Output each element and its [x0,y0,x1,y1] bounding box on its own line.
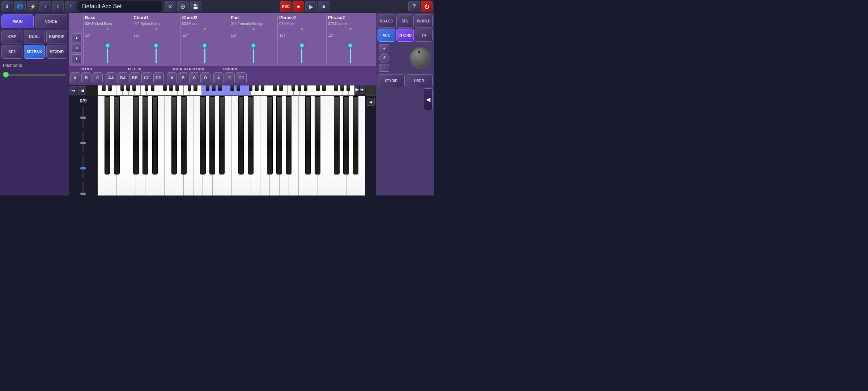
dropdown-chord1[interactable]: ▼ [132,26,180,32]
mini-rewind-btn[interactable]: ⏮ [69,86,77,95]
black-key-after-15[interactable] [248,96,254,175]
mini-black-key-17[interactable] [206,85,209,91]
black-key-after-17[interactable] [267,96,273,175]
instrument-pad[interactable]: 044 Tremolo Strings [229,21,277,26]
add-preset-btn[interactable]: ⊕ [177,1,189,12]
black-key-after-8[interactable] [181,96,187,175]
volume-channel-bass[interactable]: 127 [83,32,132,64]
mini-black-key-3[interactable] [120,85,124,91]
mini-black-key-22[interactable] [237,85,240,91]
noacc-btn[interactable]: NOACC [378,14,395,28]
black-key-after-19[interactable] [286,96,292,175]
refresh-btn[interactable]: ↺ [379,53,389,63]
sf2dir-btn[interactable]: SF2DIR [46,45,67,59]
slider-3-blue[interactable] [82,156,84,178]
black-key-after-3[interactable] [133,96,139,175]
dropdown-phrase2[interactable]: ▼ [326,26,375,32]
note2-btn[interactable]: ♫ [52,1,64,12]
intro-a-btn[interactable]: A [70,72,80,83]
ending-c-btn[interactable]: C [225,72,235,83]
black-key-after-5[interactable] [152,96,158,175]
mini-black-key-11[interactable] [169,85,173,91]
mini-black-key-26[interactable] [261,85,264,91]
chord-btn[interactable]: CHORD [396,29,414,42]
ending-a-btn[interactable]: A [213,72,224,83]
black-key-after-21[interactable] [305,96,311,175]
black-key-after-4[interactable] [142,96,148,175]
mini-black-key-5[interactable] [132,85,136,91]
globe-btn[interactable]: 🌐 [14,1,26,12]
fillin-aa-btn[interactable]: AA [106,72,116,83]
plus-btn[interactable]: + [379,44,389,52]
mainvar-d-btn[interactable]: D [200,72,210,83]
ending-cc-btn[interactable]: CC [236,72,247,83]
fillin-ba-btn[interactable]: BA [118,72,128,83]
mini-black-key-21[interactable] [230,85,234,91]
mini-black-key-4[interactable] [126,85,130,91]
save-preset-btn[interactable]: 💾 [190,1,201,12]
mini-black-key-39[interactable] [340,85,344,91]
fillin-dd-btn[interactable]: DD [153,72,164,83]
intro-c-btn[interactable]: C [93,72,103,83]
slider-4[interactable] [82,182,84,196]
main-btn[interactable]: MAIN [1,14,34,28]
fillin-bb-btn[interactable]: BB [129,72,140,83]
mini-black-key-8[interactable] [151,85,154,91]
tr-btn[interactable]: TR [415,29,433,42]
mini-black-key-28[interactable] [273,85,277,91]
mini-black-key-29[interactable] [279,85,283,91]
world-btn[interactable]: WORLD [415,14,433,28]
stop-rec-btn[interactable]: ● [293,1,304,12]
mini-black-key-36[interactable] [322,85,326,91]
dropdown-pad[interactable]: ▼ [229,26,277,32]
mini-black-key-35[interactable] [316,85,320,91]
mini-black-key-25[interactable] [255,85,258,91]
corner-display-btn[interactable] [366,85,375,96]
mini-black-key-0[interactable] [102,85,106,91]
mini-black-key-31[interactable] [292,85,295,91]
mini-black-key-14[interactable] [188,85,191,91]
acc-btn[interactable]: ACC [378,29,395,42]
mini-black-key-38[interactable] [334,85,338,91]
instrument-chord2[interactable]: 002 Piano [180,21,229,26]
mini-black-key-10[interactable] [163,85,167,91]
kmpdir-btn[interactable]: KMPDIR [46,30,67,43]
slider-1[interactable] [82,106,84,127]
mini-black-key-7[interactable] [145,85,148,91]
piano-arrow-btn[interactable]: ◀ [367,98,375,106]
kmp-btn[interactable]: KMP [1,30,22,43]
dropdown-bass[interactable]: ▼ [83,26,132,32]
dual-btn[interactable]: DUAL [24,30,45,43]
black-key-after-22[interactable] [315,96,320,175]
mini-black-key-15[interactable] [193,85,197,91]
black-key-after-10[interactable] [200,96,206,175]
slider-2[interactable] [82,131,84,153]
mini-black-key-18[interactable] [212,85,216,91]
bluetooth-btn[interactable]: ⚡ [27,1,38,12]
mainvar-a-btn[interactable]: A [167,72,177,83]
sf2bnk-btn[interactable]: SF2BNK [24,45,45,59]
instrument-phrase1[interactable]: 072 Flute [277,21,326,26]
black-key-after-12[interactable] [219,96,225,175]
share-btn[interactable]: ⤴ [65,1,76,12]
user-btn[interactable]: USER [406,74,433,87]
voice-btn[interactable]: VOICE [35,14,67,28]
download-btn[interactable]: ⬇ [1,1,13,12]
black-key-after-14[interactable] [238,96,244,175]
volume-channel-chord2[interactable]: 127 [180,32,229,64]
volume-channel-phrase1[interactable]: 127 [277,32,326,64]
mini-black-key-40[interactable] [346,85,350,91]
mini-black-key-1[interactable] [108,85,112,91]
fillin-cc-btn[interactable]: CC [141,72,152,83]
instrument-bass[interactable]: 034 Picked Bass [83,21,132,26]
mini-forward-btn[interactable]: ▶ [355,85,359,94]
help-btn[interactable]: ? [408,1,420,12]
close-preset-btn[interactable]: ✕ [165,1,176,12]
intro-b-btn[interactable]: B [81,72,92,83]
mini-black-key-24[interactable] [249,85,252,91]
black-key-after-7[interactable] [171,96,177,175]
preset-name-input[interactable] [79,1,162,12]
note-btn[interactable]: ♪ [39,1,51,12]
instrument-chord1[interactable]: 024 Nylon Guitar [132,21,180,26]
grid-btn[interactable]: ⊞ [72,44,82,52]
